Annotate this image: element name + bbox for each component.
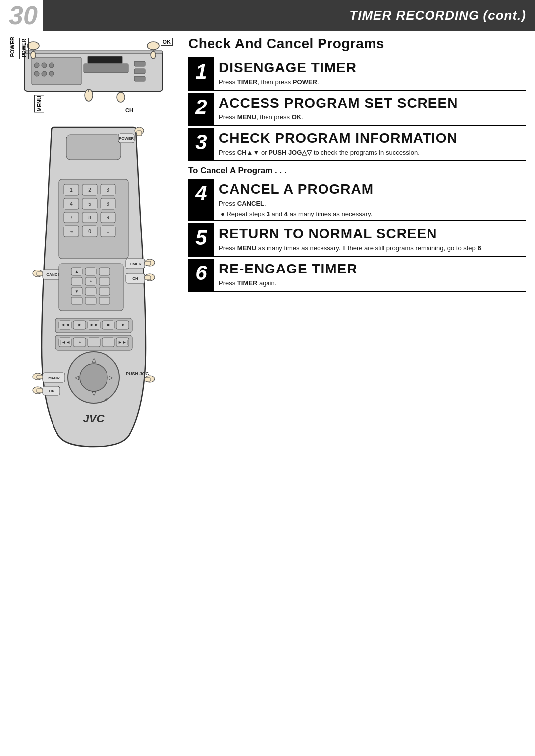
svg-text:+: + bbox=[90, 280, 92, 283]
right-panel: Check And Cancel Programs 1 DISENGAGE TI… bbox=[183, 31, 535, 756]
step-2-number-col: 2 bbox=[188, 93, 214, 125]
step-1-desc: Press TIMER, then press POWER. bbox=[219, 78, 521, 87]
page-header: 30 TIMER RECORDING (cont.) bbox=[0, 0, 535, 31]
svg-text:◁: ◁ bbox=[74, 374, 79, 381]
svg-text:▷: ▷ bbox=[109, 374, 114, 381]
vcr-power-label: POWER bbox=[9, 37, 15, 57]
svg-rect-11 bbox=[134, 76, 145, 81]
vcr-ok-label: OK bbox=[161, 38, 173, 46]
step-4-number: 4 bbox=[195, 183, 207, 204]
svg-text:1: 1 bbox=[70, 187, 73, 193]
vcr-svg bbox=[9, 37, 178, 104]
svg-rect-121 bbox=[145, 378, 151, 381]
svg-text:MENU: MENU bbox=[48, 376, 60, 380]
step-6-desc: Press TIMER again. bbox=[219, 279, 521, 288]
step-6-content: RE-ENGAGE TIMER Press TIMER again. bbox=[214, 259, 526, 291]
svg-text:5: 5 bbox=[88, 201, 91, 207]
step-1-block: 1 DISENGAGE TIMER Press TIMER, then pres… bbox=[188, 57, 526, 91]
step-2-block: 2 ACCESS PROGRAM SET SCREEN Press MENU, … bbox=[188, 93, 526, 126]
svg-text:+: + bbox=[105, 396, 107, 402]
step-6-heading: RE-ENGAGE TIMER bbox=[219, 262, 521, 277]
step-4-desc: Press CANCEL. bbox=[219, 199, 521, 208]
svg-point-14 bbox=[27, 42, 39, 50]
svg-point-19 bbox=[151, 51, 156, 59]
svg-point-3 bbox=[34, 63, 39, 68]
svg-rect-23 bbox=[66, 135, 121, 160]
svg-text:3: 3 bbox=[107, 187, 109, 193]
svg-text:POWER: POWER bbox=[119, 136, 134, 141]
svg-rect-60 bbox=[85, 268, 96, 275]
svg-point-17 bbox=[147, 42, 159, 50]
step-2-number: 2 bbox=[195, 97, 207, 117]
svg-rect-2 bbox=[84, 64, 128, 73]
svg-text:OK: OK bbox=[49, 389, 54, 393]
svg-point-95 bbox=[80, 364, 107, 391]
remote-illustration: POWER 1 2 3 4 5 6 7 bbox=[22, 125, 165, 452]
step-3-number-col: 3 bbox=[188, 128, 214, 160]
main-content: POWER POWER OK MENU CH POWER bbox=[0, 31, 535, 756]
vcr-menu-label: MENU bbox=[34, 95, 44, 112]
svg-rect-61 bbox=[99, 268, 110, 275]
svg-rect-109 bbox=[137, 131, 142, 136]
svg-text:PUSH JOG: PUSH JOG bbox=[126, 371, 149, 376]
header-title-bar: TIMER RECORDING (cont.) bbox=[43, 0, 535, 31]
remote-svg: POWER 1 2 3 4 5 6 7 bbox=[22, 125, 165, 452]
svg-text:TIMER: TIMER bbox=[129, 262, 142, 266]
svg-text:■: ■ bbox=[107, 323, 109, 327]
svg-point-16 bbox=[31, 51, 36, 59]
svg-rect-91 bbox=[102, 338, 114, 347]
svg-text:4: 4 bbox=[70, 201, 73, 207]
svg-rect-12 bbox=[88, 56, 122, 63]
svg-rect-65 bbox=[99, 277, 110, 285]
left-panel: POWER POWER OK MENU CH POWER bbox=[0, 31, 183, 756]
svg-point-6 bbox=[34, 71, 39, 76]
vcr-ch-label: CH bbox=[125, 108, 133, 113]
svg-rect-72 bbox=[85, 297, 96, 304]
step-6-number: 6 bbox=[195, 263, 207, 283]
step-4-heading: CANCEL A PROGRAM bbox=[219, 182, 521, 197]
svg-text:●: ● bbox=[121, 323, 124, 327]
svg-point-4 bbox=[42, 63, 47, 68]
svg-text:CH: CH bbox=[132, 276, 138, 281]
svg-rect-71 bbox=[71, 297, 82, 304]
step-1-number-col: 1 bbox=[188, 57, 214, 90]
svg-text:2: 2 bbox=[88, 187, 91, 193]
svg-text:7: 7 bbox=[70, 215, 73, 220]
step-5-block: 5 RETURN TO NORMAL SCREEN Press MENU as … bbox=[188, 223, 526, 257]
svg-text:▲: ▲ bbox=[75, 270, 79, 274]
svg-text:►►: ►► bbox=[90, 323, 99, 327]
svg-text:►: ► bbox=[78, 323, 82, 327]
svg-text:△: △ bbox=[92, 356, 97, 363]
svg-rect-115 bbox=[37, 272, 43, 276]
svg-text:///: /// bbox=[107, 230, 110, 234]
step-5-content: RETURN TO NORMAL SCREEN Press MENU as ma… bbox=[214, 223, 526, 256]
cancel-sub-heading: To Cancel A Program . . . bbox=[188, 166, 526, 176]
step-3-heading: CHECK PROGRAM INFORMATION bbox=[219, 131, 521, 146]
step-5-number: 5 bbox=[195, 227, 207, 248]
vcr-power-label-box: POWER bbox=[19, 38, 29, 59]
svg-text:9: 9 bbox=[107, 215, 109, 220]
svg-text:►►|: ►►| bbox=[118, 340, 128, 345]
svg-text:▼: ▼ bbox=[75, 289, 79, 294]
svg-text:0: 0 bbox=[88, 229, 91, 234]
step-5-number-col: 5 bbox=[188, 223, 214, 256]
svg-rect-70 bbox=[99, 287, 110, 295]
step-2-desc: Press MENU, then press OK. bbox=[219, 113, 521, 122]
step-1-number: 1 bbox=[195, 61, 207, 82]
svg-text:|◄◄: |◄◄ bbox=[60, 340, 70, 345]
svg-rect-9 bbox=[134, 61, 145, 66]
section-title: Check And Cancel Programs bbox=[188, 36, 526, 52]
svg-rect-13 bbox=[24, 51, 163, 53]
step-1-heading: DISENGAGE TIMER bbox=[219, 60, 521, 76]
page-number: 30 bbox=[0, 0, 38, 31]
step-3-content: CHECK PROGRAM INFORMATION Press CH▲▼ or … bbox=[214, 128, 526, 160]
svg-point-5 bbox=[49, 63, 54, 68]
step-4-number-col: 4 bbox=[188, 179, 214, 220]
step-2-heading: ACCESS PROGRAM SET SCREEN bbox=[219, 96, 521, 111]
step-5-desc: Press MENU as many times as necessary. I… bbox=[219, 244, 521, 253]
svg-text:///: /// bbox=[70, 230, 73, 234]
svg-rect-1 bbox=[32, 57, 81, 85]
step-6-number-col: 6 bbox=[188, 259, 214, 291]
svg-point-8 bbox=[49, 71, 54, 76]
step-4-block: 4 CANCEL A PROGRAM Press CANCEL. ● Repea… bbox=[188, 179, 526, 221]
